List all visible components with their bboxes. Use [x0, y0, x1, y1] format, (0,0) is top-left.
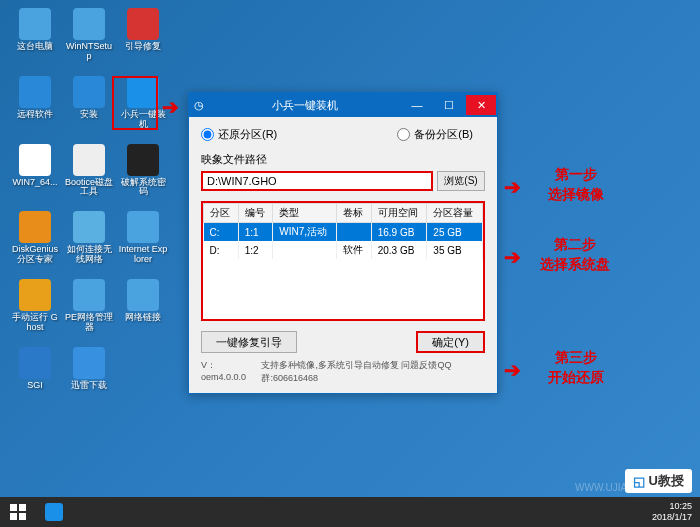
- col-header[interactable]: 编号: [238, 204, 273, 223]
- icon-label: 迅雷下载: [71, 381, 107, 391]
- arrow-to-window: ➔: [162, 95, 179, 119]
- cell: D:: [204, 241, 239, 259]
- app-icon: [73, 279, 105, 311]
- arrow-step3: ➔: [504, 358, 521, 382]
- app-icon: [73, 211, 105, 243]
- image-path-input[interactable]: [201, 171, 433, 191]
- icon-label: DiskGenius 分区专家: [10, 245, 60, 265]
- icon-label: 破解系统密码: [118, 178, 168, 198]
- desktop-icon-grid: 这台电脑WinNTSetup引导修复远程软件安装小兵一键装机WIN7_64...…: [0, 0, 178, 399]
- icon-label: SGI: [27, 381, 43, 391]
- system-tray[interactable]: 10:25 2018/1/17: [652, 501, 700, 523]
- app-icon: [127, 144, 159, 176]
- icon-label: 小兵一键装机: [118, 110, 168, 130]
- cell: 20.3 GB: [371, 241, 427, 259]
- titlebar[interactable]: ◷ 小兵一键装机 — ☐ ✕: [189, 93, 497, 117]
- cell: C:: [204, 223, 239, 242]
- restore-radio[interactable]: 还原分区(R): [201, 127, 277, 142]
- cell: 1:2: [238, 241, 273, 259]
- icon-label: 网络链接: [125, 313, 161, 323]
- icon-label: WIN7_64...: [12, 178, 57, 188]
- app-icon: [73, 8, 105, 40]
- icon-label: 这台电脑: [17, 42, 53, 52]
- cell: 软件: [337, 241, 372, 259]
- col-header[interactable]: 可用空间: [371, 204, 427, 223]
- install-window: ◷ 小兵一键装机 — ☐ ✕ 还原分区(R) 备份分区(B) 映象文件路径 浏览…: [188, 92, 498, 394]
- start-button[interactable]: [0, 497, 36, 527]
- close-button[interactable]: ✕: [466, 95, 496, 115]
- desktop-icon-netlink[interactable]: 网络链接: [118, 279, 168, 333]
- desktop-icon-win764[interactable]: WIN7_64...: [10, 144, 60, 198]
- minimize-button[interactable]: —: [402, 95, 432, 115]
- desktop-icon-xiaobingk[interactable]: 小兵一键装机: [118, 76, 168, 130]
- cell: [337, 223, 372, 242]
- icon-label: 远程软件: [17, 110, 53, 120]
- cell: 1:1: [238, 223, 273, 242]
- brand-logo: ◱ U教授: [625, 469, 692, 493]
- icon-label: PE网络管理器: [64, 313, 114, 333]
- version-text: V：oem4.0.0.0: [201, 359, 255, 385]
- table-row[interactable]: C:1:1WIN7,活动16.9 GB25 GB: [204, 223, 483, 242]
- partition-table-wrap: 分区编号类型卷标可用空间分区容量 C:1:1WIN7,活动16.9 GB25 G…: [201, 201, 485, 321]
- desktop-icon-ntpwedit[interactable]: 破解系统密码: [118, 144, 168, 198]
- icon-label: 引导修复: [125, 42, 161, 52]
- app-icon: [73, 144, 105, 176]
- app-icon: [127, 211, 159, 243]
- desktop: 这台电脑WinNTSetup引导修复远程软件安装小兵一键装机WIN7_64...…: [0, 0, 700, 527]
- path-label: 映象文件路径: [201, 152, 485, 167]
- cell: 25 GB: [427, 223, 483, 242]
- windows-icon: [10, 504, 26, 520]
- version-row: V：oem4.0.0.0 支持多种镜像,多系统引导自动修复 问题反馈QQ群:60…: [201, 359, 485, 385]
- table-header-row: 分区编号类型卷标可用空间分区容量: [204, 204, 483, 223]
- tray-time: 10:25: [652, 501, 692, 512]
- partition-table: 分区编号类型卷标可用空间分区容量 C:1:1WIN7,活动16.9 GB25 G…: [203, 203, 483, 259]
- desktop-icon-xunlei[interactable]: 迅雷下载: [64, 347, 114, 391]
- desktop-icon-ie[interactable]: Internet Explorer: [118, 211, 168, 265]
- app-icon: [19, 211, 51, 243]
- icon-label: 安装: [80, 110, 98, 120]
- col-header[interactable]: 卷标: [337, 204, 372, 223]
- icon-label: Bootice磁盘工具: [64, 178, 114, 198]
- app-icon: [127, 8, 159, 40]
- ok-button[interactable]: 确定(Y): [416, 331, 485, 353]
- icon-label: WinNTSetup: [64, 42, 114, 62]
- desktop-icon-ghost[interactable]: 手动运行 Ghost: [10, 279, 60, 333]
- desktop-icon-bootice[interactable]: Bootice磁盘工具: [64, 144, 114, 198]
- desktop-icon-diskgenius[interactable]: DiskGenius 分区专家: [10, 211, 60, 265]
- app-icon: [73, 76, 105, 108]
- col-header[interactable]: 类型: [273, 204, 337, 223]
- app-icon: [45, 503, 63, 521]
- col-header[interactable]: 分区容量: [427, 204, 483, 223]
- cell: WIN7,活动: [273, 223, 337, 242]
- icon-label: 如何连接无线网络: [64, 245, 114, 265]
- annotation-step2: 第二步 选择系统盘: [540, 235, 610, 274]
- app-icon: [127, 279, 159, 311]
- window-title: 小兵一键装机: [209, 98, 401, 113]
- arrow-step1: ➔: [504, 175, 521, 199]
- desktop-icon-wifi[interactable]: 如何连接无线网络: [64, 211, 114, 265]
- browse-button[interactable]: 浏览(S): [437, 171, 485, 191]
- desktop-icon-remote[interactable]: 远程软件: [10, 76, 60, 130]
- desktop-icon-mypc[interactable]: 这台电脑: [10, 8, 60, 62]
- col-header[interactable]: 分区: [204, 204, 239, 223]
- maximize-button[interactable]: ☐: [434, 95, 464, 115]
- app-icon: [19, 347, 51, 379]
- repair-boot-button[interactable]: 一键修复引导: [201, 331, 297, 353]
- logo-icon: ◱: [633, 474, 645, 489]
- desktop-icon-bootrepair[interactable]: 引导修复: [118, 8, 168, 62]
- cell: [273, 241, 337, 259]
- path-row: 浏览(S): [201, 171, 485, 191]
- tray-date: 2018/1/17: [652, 512, 692, 523]
- taskbar-app[interactable]: [36, 497, 72, 527]
- cell: 35 GB: [427, 241, 483, 259]
- backup-radio[interactable]: 备份分区(B): [397, 127, 473, 142]
- desktop-icon-winntsetup[interactable]: WinNTSetup: [64, 8, 114, 62]
- table-row[interactable]: D:1:2软件20.3 GB35 GB: [204, 241, 483, 259]
- arrow-step2: ➔: [504, 245, 521, 269]
- desktop-icon-perouter[interactable]: PE网络管理器: [64, 279, 114, 333]
- svg-rect-3: [19, 513, 26, 520]
- desktop-icon-sgi[interactable]: SGI: [10, 347, 60, 391]
- desktop-icon-install[interactable]: 安装: [64, 76, 114, 130]
- version-tip: 支持多种镜像,多系统引导自动修复 问题反馈QQ群:606616468: [261, 359, 485, 385]
- app-icon: [127, 76, 159, 108]
